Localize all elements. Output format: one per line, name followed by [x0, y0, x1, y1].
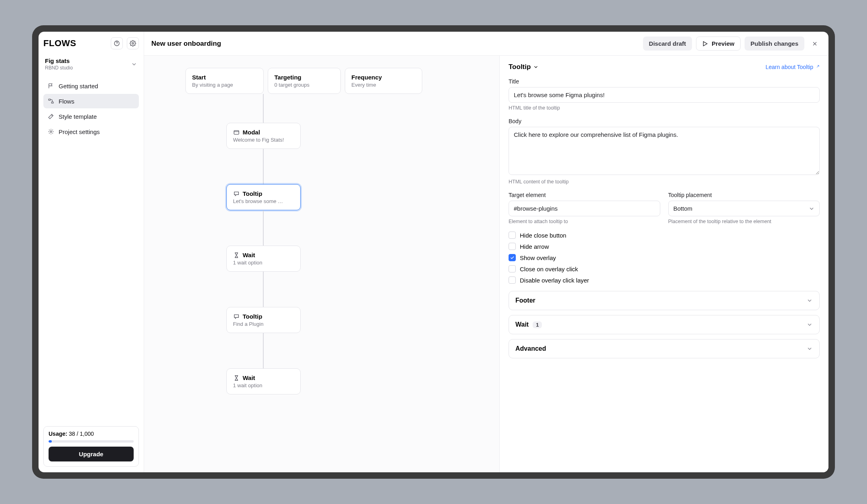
step-subtitle: 1 wait option [233, 260, 294, 266]
usage-label: Usage: [49, 431, 67, 437]
body-input[interactable] [509, 127, 820, 175]
publish-button[interactable]: Publish changes [745, 37, 804, 51]
check-hide-arrow[interactable]: Hide arrow [509, 243, 820, 250]
check-label: Show overlay [520, 254, 556, 261]
settings-button[interactable] [127, 37, 139, 49]
step-title: Wait [243, 374, 255, 381]
sidebar: FLOWS Fig stats RBND studio [39, 32, 144, 472]
card-title: Start [192, 74, 257, 81]
step-title: Modal [243, 129, 260, 136]
wand-icon [47, 113, 55, 120]
step-type-selector[interactable]: Tooltip [509, 63, 539, 71]
usage-value: 38 / 1,000 [69, 431, 94, 437]
project-switcher[interactable]: Fig stats RBND studio [43, 57, 139, 76]
checkbox-checked-icon [509, 254, 516, 261]
check-disable-overlay-layer[interactable]: Disable overlay click layer [509, 276, 820, 284]
sidebar-item-label: Style template [59, 113, 97, 120]
flow-card-start[interactable]: Start By visiting a page [185, 68, 264, 94]
sidebar-item-getting-started[interactable]: Getting started [43, 79, 139, 93]
flow-step-wait-1[interactable]: Wait 1 wait option [226, 246, 301, 272]
card-subtitle: 0 target groups [275, 82, 334, 88]
upgrade-button[interactable]: Upgrade [49, 447, 134, 461]
check-label: Hide close button [520, 232, 566, 239]
title-help: HTML title of the tooltip [509, 105, 820, 111]
step-type-label: Tooltip [509, 63, 531, 71]
target-field-label: Target element [509, 192, 660, 198]
gear-icon [130, 40, 136, 47]
help-icon [114, 40, 120, 47]
check-label: Hide arrow [520, 243, 549, 250]
step-subtitle: Let's browse some … [233, 198, 294, 204]
hourglass-icon [233, 375, 240, 381]
flag-icon [47, 82, 55, 89]
project-name: Fig stats [45, 57, 73, 64]
sidebar-item-label: Project settings [59, 128, 100, 135]
logo: FLOWS [43, 38, 76, 49]
check-close-overlay-click[interactable]: Close on overlay click [509, 265, 820, 272]
card-title: Frequency [352, 74, 415, 81]
flow-card-targeting[interactable]: Targeting 0 target groups [268, 68, 341, 94]
check-hide-close[interactable]: Hide close button [509, 232, 820, 239]
sidebar-item-style-template[interactable]: Style template [43, 109, 139, 124]
section-wait[interactable]: Wait 1 [509, 315, 820, 334]
flow-step-tooltip-2[interactable]: Tooltip Find a Plugin [226, 307, 301, 333]
wait-count-badge: 1 [533, 321, 542, 328]
placement-help: Placement of the tooltip relative to the… [668, 219, 820, 224]
page-title: New user onboarding [151, 40, 221, 48]
sidebar-item-label: Getting started [59, 83, 98, 89]
flow-canvas[interactable]: Start By visiting a page Targeting 0 tar… [144, 56, 499, 472]
svg-point-1 [116, 45, 117, 45]
discard-draft-button[interactable]: Discard draft [643, 37, 692, 51]
usage-meter-fill [49, 440, 52, 443]
flow-card-frequency[interactable]: Frequency Every time [345, 68, 422, 94]
chevron-down-icon [131, 61, 137, 67]
hourglass-icon [233, 252, 240, 258]
checkbox-icon [509, 276, 516, 284]
section-title: Wait [515, 321, 529, 328]
flow-step-tooltip-1[interactable]: Tooltip Let's browse some … [226, 184, 301, 210]
section-footer[interactable]: Footer [509, 291, 820, 310]
checkbox-icon [509, 265, 516, 272]
tooltip-icon [233, 191, 240, 197]
topbar: New user onboarding Discard draft Previe… [144, 32, 828, 56]
svg-point-2 [132, 43, 134, 44]
card-subtitle: Every time [352, 82, 415, 88]
close-button[interactable] [808, 37, 821, 50]
preview-button[interactable]: Preview [696, 37, 741, 51]
gear-icon [47, 128, 55, 135]
sidebar-item-project-settings[interactable]: Project settings [43, 124, 139, 139]
flow-step-modal[interactable]: Modal Welcome to Fig Stats! [226, 123, 301, 149]
body-help: HTML content of the tooltip [509, 179, 820, 185]
title-input[interactable] [509, 87, 820, 103]
card-title: Targeting [275, 74, 334, 81]
section-title: Footer [515, 297, 535, 304]
external-link-icon [815, 65, 820, 69]
inspector-panel: Tooltip Learn about Tooltip Title HTML t… [499, 56, 828, 472]
modal-icon [233, 129, 240, 136]
step-title: Wait [243, 252, 255, 258]
svg-rect-3 [49, 99, 51, 100]
step-subtitle: 1 wait option [233, 382, 294, 388]
preview-label: Preview [712, 40, 735, 47]
chevron-down-icon [806, 297, 813, 304]
sidebar-item-flows[interactable]: Flows [43, 94, 139, 108]
step-title: Tooltip [243, 313, 263, 320]
checkbox-icon [509, 232, 516, 239]
sidebar-item-label: Flows [59, 98, 74, 105]
check-show-overlay[interactable]: Show overlay [509, 254, 820, 261]
placement-select[interactable]: Bottom [668, 201, 820, 216]
flow-icon [47, 98, 55, 105]
usage-box: Usage: 38 / 1,000 Upgrade [43, 426, 139, 467]
target-input[interactable] [509, 201, 660, 216]
section-advanced[interactable]: Advanced [509, 339, 820, 358]
flow-step-wait-2[interactable]: Wait 1 wait option [226, 368, 301, 394]
help-button[interactable] [111, 37, 123, 49]
chevron-down-icon [806, 321, 813, 328]
card-subtitle: By visiting a page [192, 82, 257, 88]
play-icon [702, 41, 708, 47]
target-help: Element to attach tooltip to [509, 219, 660, 224]
learn-link[interactable]: Learn about Tooltip [765, 64, 820, 70]
close-icon [812, 41, 818, 47]
placement-field-label: Tooltip placement [668, 192, 820, 198]
chevron-down-icon [806, 345, 813, 352]
